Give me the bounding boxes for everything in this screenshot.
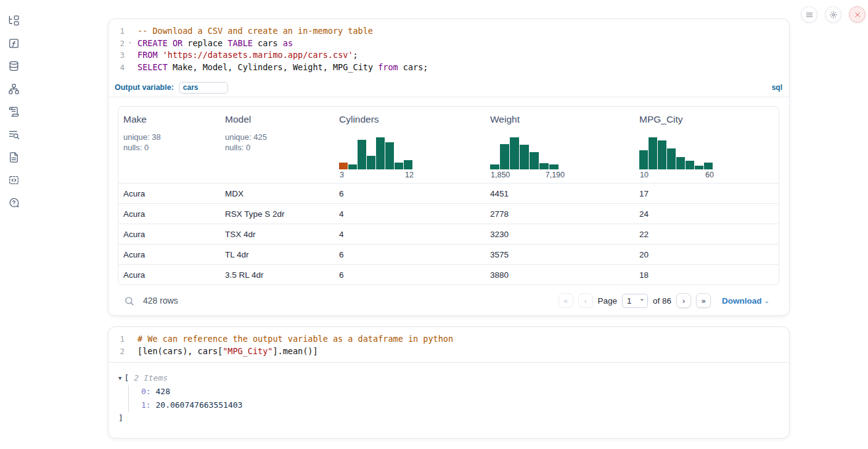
table-cell: 18	[634, 265, 779, 285]
histogram-bar	[339, 163, 348, 169]
code-line: 2[len(cars), cars["MPG_City"].mean()]	[108, 346, 789, 358]
item-value: 428	[155, 387, 170, 396]
column-header-weight[interactable]: Weight1,8507,190	[485, 107, 634, 183]
sql-cell: 1-- Download a CSV and create an in-memo…	[108, 18, 790, 316]
histogram-bar	[395, 163, 403, 169]
code-line: 2⌄CREATE OR replace TABLE cars as	[108, 38, 789, 50]
sql-output-area: Makeunique: 38nulls: 0Modelunique: 425nu…	[108, 97, 789, 316]
table-footer: 428 rows « ‹ Page 1 of 86 › » Download ⌄	[118, 285, 779, 316]
histogram-bar	[404, 160, 412, 169]
table-row: AcuraTSX 4dr4323022	[118, 224, 779, 244]
variables-icon[interactable]	[7, 37, 20, 49]
column-stats: unique: 38nulls: 0	[123, 132, 215, 153]
first-page-button[interactable]: «	[559, 293, 573, 308]
prev-page-button[interactable]: ‹	[578, 293, 593, 308]
table-cell: 4	[334, 204, 485, 224]
histogram-bar	[500, 144, 509, 169]
search-button[interactable]	[124, 296, 134, 306]
table-cell: Acura	[118, 265, 220, 285]
row-count: 428 rows	[143, 296, 178, 305]
histogram-max-label: 12	[405, 171, 414, 179]
page-select[interactable]: 1	[622, 294, 648, 308]
table-cell: MDX	[220, 184, 334, 203]
hamburger-icon	[805, 10, 814, 19]
collapse-chevron-icon[interactable]: ▼	[118, 371, 121, 385]
table-cell: 6	[334, 265, 485, 285]
python-code-editor[interactable]: 1# We can reference the output variable …	[108, 327, 789, 362]
table-cell: RSX Type S 2dr	[220, 204, 334, 224]
line-number: 3	[108, 49, 125, 62]
column-title: Model	[225, 114, 329, 125]
items-count-label: 2 Items	[134, 371, 168, 385]
download-label: Download	[722, 296, 762, 305]
output-variable-input[interactable]	[179, 82, 228, 94]
histogram-max-label: 7,190	[546, 171, 565, 179]
column-histogram: 1060	[639, 137, 714, 179]
column-title: Cylinders	[339, 114, 480, 125]
table-cell: 6	[334, 245, 485, 264]
fold-chevron-icon[interactable]: ⌄	[128, 39, 131, 44]
histogram-bar	[658, 140, 666, 169]
menu-button[interactable]	[801, 6, 817, 23]
output-list-header: ▼[2 Items	[118, 371, 779, 385]
sql-code-editor[interactable]: 1-- Download a CSV and create an in-memo…	[108, 19, 789, 78]
column-header-model[interactable]: Modelunique: 425nulls: 0	[220, 107, 334, 183]
table-cell: Acura	[118, 245, 220, 264]
output-list-entries: 0: 4281: 20.060747663551403	[128, 385, 779, 412]
table-header-row: Makeunique: 38nulls: 0Modelunique: 425nu…	[118, 107, 779, 183]
column-header-make[interactable]: Makeunique: 38nulls: 0	[118, 107, 220, 183]
dependency-graph-icon[interactable]	[7, 83, 20, 95]
column-header-cylinders[interactable]: Cylinders312	[334, 107, 485, 183]
code-line: 1# We can reference the output variable …	[108, 333, 789, 346]
sql-cell-footer: Output variable: sql	[108, 78, 789, 97]
histogram-bar	[549, 164, 559, 169]
code-text: -- Download a CSV and create an in-memor…	[125, 25, 373, 38]
last-page-button[interactable]: »	[696, 293, 711, 308]
table-cell: TL 4dr	[220, 245, 334, 264]
file-tree-icon[interactable]	[7, 14, 20, 26]
table-row: AcuraMDX6445117	[118, 183, 779, 203]
histogram-bar	[530, 152, 539, 169]
settings-button[interactable]	[825, 6, 841, 23]
table-cell: 4	[334, 224, 485, 244]
logs-icon[interactable]	[7, 105, 20, 118]
download-button[interactable]: Download ⌄	[722, 296, 769, 305]
window-controls	[801, 6, 866, 23]
close-icon	[853, 10, 862, 19]
help-icon[interactable]	[7, 196, 20, 209]
close-bracket: ]	[118, 412, 779, 424]
histogram-max-label: 60	[705, 171, 714, 179]
snippets-icon[interactable]	[7, 174, 20, 186]
histogram-bar	[704, 163, 713, 169]
histogram-min-label: 1,850	[491, 171, 510, 179]
column-title: Weight	[490, 114, 629, 125]
code-text: FROM 'https://datasets.marimo.app/cars.c…	[125, 49, 358, 62]
histogram-bar	[667, 148, 676, 169]
shutdown-button[interactable]	[849, 6, 866, 23]
table-cell: Acura	[118, 224, 220, 244]
documentation-icon[interactable]	[7, 151, 20, 163]
column-title: MPG_City	[639, 114, 774, 125]
table-body: AcuraMDX6445117AcuraRSX Type S 2dr427782…	[118, 183, 779, 285]
outline-search-icon[interactable]	[7, 128, 20, 140]
item-index: 0:	[141, 387, 151, 396]
data-table: Makeunique: 38nulls: 0Modelunique: 425nu…	[118, 106, 779, 285]
table-cell: 3575	[485, 245, 634, 264]
histogram-bar	[510, 137, 519, 169]
table-cell: 4451	[485, 184, 634, 203]
table-cell: 3.5 RL 4dr	[220, 265, 334, 285]
column-histogram: 312	[339, 137, 414, 179]
output-list-item: 0: 428	[141, 385, 779, 398]
column-header-mpg_city[interactable]: MPG_City1060	[634, 107, 779, 183]
next-page-button[interactable]: ›	[676, 293, 691, 308]
code-text: # We can reference the output variable a…	[125, 333, 453, 346]
line-number: 4	[108, 62, 125, 74]
histogram-bar	[358, 140, 366, 169]
table-row: AcuraTL 4dr6357520	[118, 244, 779, 264]
datasources-icon[interactable]	[7, 60, 20, 72]
table-cell: 6	[334, 184, 485, 203]
histogram-bar	[490, 164, 499, 169]
histogram-min-label: 10	[640, 171, 649, 179]
page-total-label: of 86	[653, 296, 671, 305]
table-row: AcuraRSX Type S 2dr4277824	[118, 203, 779, 224]
